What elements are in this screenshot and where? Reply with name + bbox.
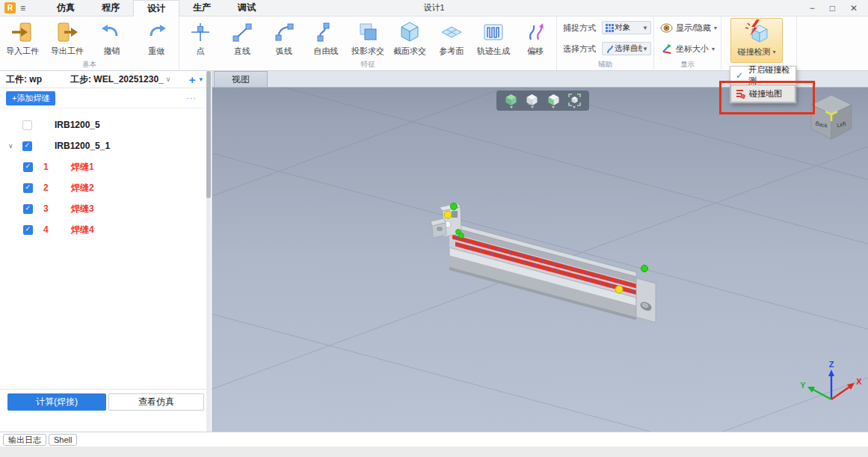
trajectory-generate-button[interactable]: 轨迹生成: [473, 19, 514, 57]
axes-icon: [660, 43, 673, 54]
tab-program[interactable]: 程序: [88, 0, 133, 16]
log-bar: 输出日志 Shell: [0, 432, 868, 447]
checkbox[interactable]: [23, 162, 33, 172]
point-icon: [189, 19, 212, 45]
tab-production[interactable]: 生产: [179, 0, 224, 16]
export-part-button[interactable]: 导出工件: [45, 19, 90, 57]
face-view-button[interactable]: [547, 93, 560, 108]
weld-row[interactable]: 4 焊缝4: [0, 219, 212, 240]
cube-green-face-icon: [547, 93, 560, 106]
trajectory-generate-icon: [482, 19, 505, 45]
checkbox[interactable]: [23, 225, 33, 235]
free-line-button[interactable]: 自由线: [305, 19, 347, 57]
import-part-icon: [10, 19, 34, 45]
undo-icon: [100, 19, 123, 45]
project-panel: 工件: wp 工步: WEL_20251230_ ∨ + ▾ +添加焊缝 ···…: [0, 71, 212, 432]
white-cube-icon: [526, 93, 538, 106]
chevron-down-icon: ▾: [712, 46, 715, 52]
group-label-assist: 辅助: [557, 60, 653, 70]
3d-scene[interactable]: Back Left Z X: [212, 88, 868, 432]
undo-button[interactable]: 撤销: [90, 19, 135, 57]
caret-down-icon[interactable]: ▾: [199, 76, 203, 83]
chevron-down-icon: ▾: [714, 25, 717, 31]
shading-mode-button[interactable]: [526, 93, 538, 108]
view-tab[interactable]: 视图: [214, 71, 268, 87]
select-mode-select[interactable]: 选择曲线 ▼: [602, 42, 651, 55]
workpiece-label: 工件: wp: [6, 73, 42, 86]
offset-button[interactable]: 偏移: [514, 19, 556, 57]
hamburger-menu-icon[interactable]: ≡: [20, 3, 25, 13]
tab-simulation[interactable]: 仿真: [43, 0, 88, 16]
scrollbar-thumb[interactable]: [206, 71, 211, 198]
weld-tree: IRB1200_5 ∨ IRB1200_5_1 1 焊缝1 2 焊缝2 3 焊缝…: [0, 108, 212, 240]
point-button[interactable]: 点: [179, 19, 221, 57]
minimize-button[interactable]: −: [810, 3, 815, 13]
status-strip: [0, 447, 868, 457]
view-toolbar: [496, 91, 589, 111]
checkbox[interactable]: [23, 183, 33, 193]
workstep-select[interactable]: 工步: WEL_20251230_: [70, 73, 164, 86]
export-part-icon: [55, 19, 79, 45]
add-weld-button[interactable]: +添加焊缝: [6, 91, 55, 105]
ribbon: 导入工件 导出工件 撤销 重做 基本: [0, 16, 868, 71]
free-line-icon: [315, 19, 337, 45]
snap-mode-select[interactable]: 对象 ▼: [602, 21, 651, 34]
collision-detect-button[interactable]: 碰撞检测 ▾: [730, 18, 783, 63]
snap-grid-icon: [605, 23, 615, 33]
checkbox[interactable]: [23, 204, 33, 214]
zoom-fit-button[interactable]: [568, 93, 581, 108]
weld-row[interactable]: 3 焊缝3: [0, 198, 212, 219]
group-label-display: 显示: [654, 60, 721, 70]
compute-weld-button[interactable]: 计算(焊接): [7, 393, 106, 411]
redo-button[interactable]: 重做: [134, 19, 179, 57]
offset-icon: [524, 19, 547, 45]
add-icon[interactable]: +: [189, 74, 196, 85]
group-label-feature: 特征: [179, 60, 556, 70]
maximize-button[interactable]: □: [830, 3, 835, 13]
chevron-down-icon: [552, 106, 555, 108]
redo-icon: [145, 19, 167, 45]
eye-icon: [660, 23, 673, 33]
reference-plane-button[interactable]: 参考面: [431, 19, 473, 57]
chevron-down-icon: ▾: [772, 49, 775, 55]
reference-plane-icon: [440, 19, 463, 45]
section-intersect-button[interactable]: 截面求交: [389, 19, 431, 57]
projection-intersect-button[interactable]: 投影求交: [347, 19, 389, 57]
tree-row-robot[interactable]: ∨ IRB1200_5_1: [0, 135, 212, 156]
axis-y-label: Y: [800, 381, 806, 390]
tree-row-robot[interactable]: IRB1200_5: [0, 114, 212, 135]
tab-debug[interactable]: 调试: [224, 0, 269, 16]
chevron-down-icon: [510, 106, 513, 108]
chevron-down-icon: [573, 106, 576, 108]
weld-row[interactable]: 1 焊缝1: [0, 156, 212, 177]
check-icon: ✓: [736, 70, 743, 81]
chevron-down-icon: ▼: [642, 25, 648, 31]
projection-intersect-icon: [357, 19, 379, 45]
line-button[interactable]: 直线: [221, 19, 263, 57]
weld-row[interactable]: 2 焊缝2: [0, 177, 212, 198]
curve-icon: [605, 44, 615, 54]
checkbox[interactable]: [22, 141, 32, 151]
expand-chevron-icon[interactable]: ∨: [8, 142, 13, 150]
view-simulation-button[interactable]: 查看仿真: [108, 393, 204, 411]
more-options-icon[interactable]: ···: [186, 93, 197, 102]
show-hide-button[interactable]: 显示/隐藏 ▾: [654, 18, 721, 37]
panel-header: 工件: wp 工步: WEL_20251230_ ∨ + ▾: [0, 71, 212, 88]
panel-scrollbar[interactable]: [206, 71, 211, 432]
tab-design[interactable]: 设计: [133, 0, 179, 16]
section-intersect-icon: [398, 19, 421, 45]
arc-button[interactable]: 弧线: [263, 19, 305, 57]
output-log-tab[interactable]: 输出日志: [3, 434, 46, 446]
group-label-basic: 基本: [0, 60, 179, 70]
axis-x-label: X: [856, 377, 862, 386]
arc-icon: [273, 19, 295, 45]
coord-size-button[interactable]: 坐标大小 ▾: [654, 39, 721, 58]
app-logo[interactable]: R: [4, 2, 16, 13]
snap-mode-label: 捕捉方式: [563, 22, 602, 34]
chevron-down-icon: [531, 106, 534, 108]
import-part-button[interactable]: 导入工件: [0, 19, 45, 57]
checkbox[interactable]: [22, 120, 32, 130]
iso-view-button[interactable]: [505, 93, 517, 108]
shell-tab[interactable]: Shell: [49, 434, 77, 446]
close-button[interactable]: ✕: [850, 3, 858, 13]
